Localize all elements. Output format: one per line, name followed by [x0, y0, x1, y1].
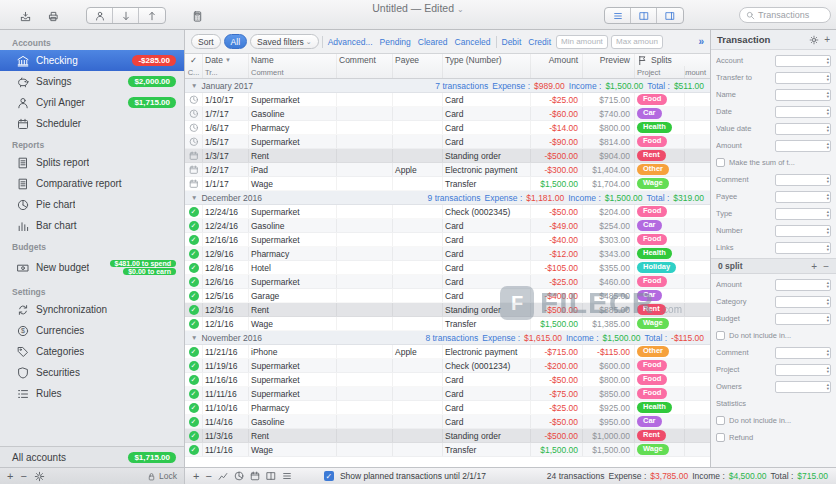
transaction-row[interactable]: ✓12/8/16HotelCard-$105.00$355.00Holiday	[185, 261, 710, 275]
transaction-row[interactable]: 1/2/17iPadAppleElectronic payment-$300.0…	[185, 163, 710, 177]
sidebar-item-new-budget[interactable]: New budget$481.00 to spend$0.00 to earn	[0, 254, 184, 281]
links-field[interactable]: ▴▾	[775, 242, 831, 254]
transaction-row[interactable]: ✓11/3/16RentStanding order-$500.00$1,000…	[185, 429, 710, 443]
transaction-row[interactable]: 1/6/17PharmacyCard-$14.00$800.00Health	[185, 121, 710, 135]
filter-all-button[interactable]: All	[224, 34, 247, 49]
header-amount[interactable]: Amount	[531, 54, 583, 66]
header-comment[interactable]: Comment	[337, 54, 393, 66]
show-planned-checkbox[interactable]: ✓	[324, 471, 334, 481]
transaction-row[interactable]: ✓12/3/16RentStanding order-$500.00$885.0…	[185, 303, 710, 317]
lock-button[interactable]: Lock	[147, 471, 177, 481]
do-not-include-in-checkbox[interactable]	[716, 416, 725, 425]
name-field[interactable]: ▴▾	[775, 89, 831, 101]
remove-transaction-button[interactable]: −	[205, 471, 211, 482]
transaction-row[interactable]: ✓11/19/16SupermarketCheck (0001234)-$200…	[185, 359, 710, 373]
transaction-row[interactable]: ✓12/16/16SupermarketCard-$40.00$303.00Fo…	[185, 233, 710, 247]
disclosure-triangle-icon[interactable]: ▼	[191, 334, 197, 341]
value-date-field[interactable]: ▴▾	[775, 123, 831, 135]
number-field[interactable]: ▴▾	[775, 225, 831, 237]
amount-field[interactable]: ▴▾	[775, 279, 831, 291]
sidebar-item-savings[interactable]: Savings$2,000.00	[0, 71, 184, 92]
print-button[interactable]	[42, 8, 64, 24]
header-splits[interactable]: Splits	[635, 54, 710, 66]
transaction-row[interactable]: ✓11/11/16SupermarketCard-$75.00$850.00Fo…	[185, 387, 710, 401]
accounts-button[interactable]	[87, 8, 113, 23]
transaction-row[interactable]: ✓11/16/16SupermarketCard-$50.00$800.00Fo…	[185, 373, 710, 387]
type-field[interactable]: ▴▾	[775, 208, 831, 220]
transaction-row[interactable]: 1/1/17WageTransfer$1,500.00$1,704.00Wage	[185, 177, 710, 191]
project-field[interactable]: ▴▾	[775, 364, 831, 376]
header-date[interactable]: Date▼	[203, 54, 249, 66]
transaction-row[interactable]: ✓12/1/16WageTransfer$1,500.00$1,385.00Wa…	[185, 317, 710, 331]
canceled-filter-button[interactable]: Canceled	[453, 37, 493, 47]
transaction-row[interactable]: ✓11/1/16WageTransfer$1,500.00$1,500.00Wa…	[185, 443, 710, 457]
sidebar-item-splits-report[interactable]: Splits report	[0, 152, 184, 173]
sidebar-settings-button[interactable]	[34, 471, 45, 482]
sidebar-item-currencies[interactable]: $Currencies	[0, 320, 184, 341]
sidebar-item-categories[interactable]: Categories	[0, 341, 184, 362]
remove-split-button[interactable]: −	[823, 261, 829, 272]
remove-account-button[interactable]: −	[20, 471, 26, 481]
budget-field[interactable]: ▴▾	[775, 313, 831, 325]
transaction-row[interactable]: 1/5/17SupermarketCard-$90.00$814.00Food	[185, 135, 710, 149]
saved-filters-dropdown[interactable]: Saved filters⌄	[250, 34, 319, 49]
advanced-filter-button[interactable]: Advanced...	[326, 37, 375, 47]
owners-field[interactable]: ▴▾	[775, 381, 831, 393]
transaction-row[interactable]: ✓11/21/16iPhoneAppleElectronic payment-$…	[185, 345, 710, 359]
add-transaction-button[interactable]: +	[193, 471, 199, 482]
comment-field[interactable]: ▴▾	[775, 174, 831, 186]
sidebar-item-cyril-anger[interactable]: Cyril Anger$1,715.00	[0, 92, 184, 113]
import-transactions-button[interactable]	[113, 8, 139, 23]
import-button[interactable]	[14, 8, 36, 24]
sidebar-item-checking[interactable]: Checking-$285.00	[0, 50, 184, 71]
sidebar-item-pie-chart[interactable]: Pie chart	[0, 194, 184, 215]
header-preview[interactable]: Preview	[583, 54, 635, 66]
panel-view-toggle[interactable]	[657, 8, 683, 23]
transaction-row[interactable]: ✓11/4/16GasolineCard-$50.00$950.00Car	[185, 415, 710, 429]
columns-view-toggle[interactable]	[631, 8, 657, 23]
columns-view-button[interactable]	[266, 471, 276, 481]
payee-field[interactable]: ▴▾	[775, 191, 831, 203]
inspector-add-button[interactable]: +	[824, 34, 830, 45]
debit-filter-button[interactable]: Debit	[500, 37, 524, 47]
list-view-toggle[interactable]	[605, 8, 631, 23]
export-transactions-button[interactable]	[139, 8, 165, 23]
transfer-to-field[interactable]: ▴▾	[775, 72, 831, 84]
sidebar-item-bar-chart[interactable]: Bar chart	[0, 215, 184, 236]
comment-field[interactable]: ▴▾	[775, 347, 831, 359]
transaction-row[interactable]: ✓12/5/16GarageCard-$400.00$485.00Car	[185, 289, 710, 303]
calendar-view-button[interactable]	[250, 471, 260, 481]
transaction-row[interactable]: ✓12/6/16SupermarketCard-$25.00$460.00Foo…	[185, 275, 710, 289]
transaction-row[interactable]: ✓12/24/16SupermarketCheck (0002345)-$50.…	[185, 205, 710, 219]
transaction-row[interactable]: ✓11/10/16PharmacyCard-$25.00$925.00Healt…	[185, 401, 710, 415]
title-chevron-icon[interactable]: ⌄	[457, 5, 464, 14]
cleared-filter-button[interactable]: Cleared	[416, 37, 450, 47]
expand-filters-button[interactable]: »	[698, 36, 704, 47]
calculator-button[interactable]	[186, 8, 208, 24]
pending-filter-button[interactable]: Pending	[378, 37, 413, 47]
header-name[interactable]: Name	[249, 54, 337, 66]
add-split-button[interactable]: +	[811, 261, 817, 272]
chart-view-button[interactable]	[218, 471, 228, 481]
disclosure-triangle-icon[interactable]: ▼	[191, 82, 197, 89]
sidebar-item-comparative-report[interactable]: Comparative report	[0, 173, 184, 194]
transaction-row[interactable]: 1/10/17SupermarketCard-$25.00$715.00Food	[185, 93, 710, 107]
sidebar-item-scheduler[interactable]: Scheduler	[0, 113, 184, 134]
search-input[interactable]: Transactions	[739, 7, 831, 23]
pie-view-button[interactable]	[234, 471, 244, 481]
add-account-button[interactable]: +	[7, 471, 13, 481]
sidebar-item-securities[interactable]: Securities	[0, 362, 184, 383]
account-field[interactable]: ▴▾	[775, 55, 831, 67]
header-payee[interactable]: Payee	[393, 54, 443, 66]
header-check-column[interactable]: ✓	[185, 54, 203, 66]
refund-checkbox[interactable]	[716, 433, 725, 442]
min-amount-input[interactable]	[556, 35, 608, 49]
credit-filter-button[interactable]: Credit	[526, 37, 553, 47]
header-type[interactable]: Type (Number)	[443, 54, 531, 66]
date-field[interactable]: ▴▾	[775, 106, 831, 118]
transaction-row[interactable]: 1/7/17GasolineCard-$60.00$740.00Car	[185, 107, 710, 121]
sidebar-item-rules[interactable]: Rules	[0, 383, 184, 404]
max-amount-input[interactable]	[611, 35, 663, 49]
amount-field[interactable]: ▴▾	[775, 140, 831, 152]
do-not-include-in-checkbox[interactable]	[716, 331, 725, 340]
